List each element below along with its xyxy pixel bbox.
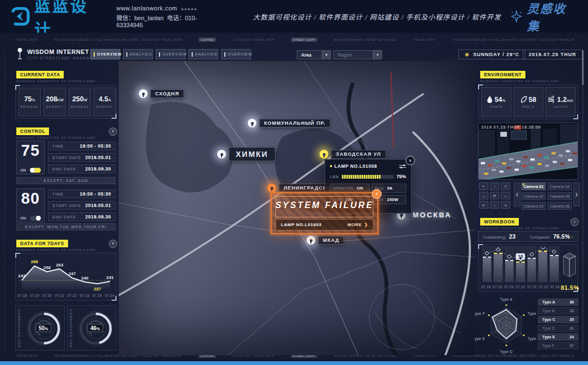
brightness-box-1: 75 ON <box>16 141 45 174</box>
sliders-icon[interactable] <box>399 164 406 169</box>
cube-icon <box>561 250 578 281</box>
workbook-more-button[interactable]: › <box>571 218 579 226</box>
map-pin[interactable]: СХОДНЯ <box>139 89 184 98</box>
stat-tile-briness: 75% BRINESS <box>19 88 41 116</box>
lanlan-logo-icon <box>11 7 30 26</box>
control-badge: CONTROL <box>16 127 49 135</box>
sparkle-icon <box>510 10 523 23</box>
svg-text:241: 241 <box>106 275 114 280</box>
type-row[interactable]: Type F37 <box>538 342 578 349</box>
seven-day-x-axis: 07.1807.1907.2007.2107.2207.2307.2407.24 <box>17 294 114 297</box>
scrollbar[interactable] <box>582 50 584 352</box>
time-row: TIME19:00 - 05:30 <box>48 190 115 198</box>
wechat-label: 微信：ben_lanlan <box>117 15 164 21</box>
brightness-box-2: 80 ON <box>16 188 45 222</box>
tab-analysis-2[interactable]: ANALYSIS <box>188 49 218 59</box>
map-pin-label: СХОДНЯ <box>150 89 184 98</box>
weather-box: ☀ SUNNDAY / 29°C <box>458 50 525 59</box>
camera-item[interactable]: Camera 03 <box>522 202 546 210</box>
brightness-value: 80 <box>21 190 40 206</box>
map-pin[interactable]: МКАД <box>307 236 344 245</box>
svg-text:Type C: Type C <box>528 337 538 341</box>
camera-prev-button[interactable]: ❮ <box>514 182 520 206</box>
map-pin[interactable]: ЗАВОДСКАЯ УЛ <box>320 150 386 159</box>
up-arrow-icon: ↑ <box>571 235 573 240</box>
alert-more-button[interactable]: MORE❯ <box>347 222 368 227</box>
data-7days-add-button[interactable]: + <box>109 240 117 248</box>
except-bar: EXCEPT: MON,TUE,WED,THUR,FRI <box>16 223 115 230</box>
svg-text:Type B: Type B <box>528 312 538 316</box>
workbook-bar-chart: 16 <box>481 247 560 282</box>
workbook-badge: WORKBOOK <box>480 218 519 226</box>
camera-item[interactable]: Camera 02 <box>522 192 546 200</box>
type-radar-chart: Type AType BType CType DType EType F <box>475 296 538 356</box>
camera-next-button[interactable]: ❯ <box>573 182 580 206</box>
svg-text:263: 263 <box>56 263 64 267</box>
type-row[interactable]: Type A36 <box>538 299 578 306</box>
svg-text:Type D: Type D <box>500 350 513 354</box>
pan-upright-button[interactable]: ↗ <box>501 182 510 190</box>
map-pin[interactable]: КОММУНАЛЬНЫЙ ПР. <box>248 119 330 127</box>
workbook-bar[interactable] <box>549 246 559 282</box>
chevron-down-icon[interactable]: ▾ <box>373 51 382 59</box>
footer-accent-bar <box>0 361 588 365</box>
type-row[interactable]: Type B28 <box>538 307 578 314</box>
time-row: TIME19:00 - 05:30 <box>48 142 115 150</box>
type-row[interactable]: Type D31 <box>538 325 578 332</box>
lamp-toggle[interactable] <box>30 216 41 221</box>
lamp-toggle[interactable] <box>30 168 41 173</box>
on-label: ON <box>20 216 26 220</box>
svg-text:247: 247 <box>69 271 76 276</box>
inspiration-collection[interactable]: 灵感收集 <box>510 0 577 34</box>
pan-right-button[interactable]: → <box>501 192 510 199</box>
workbook-bar[interactable] <box>538 246 548 282</box>
refresh-button[interactable]: ⟳ <box>490 192 499 199</box>
system-failure-alert: SYSTEM FAILURE LAMP NO.L01803 MORE❯ × <box>271 192 378 234</box>
area-select[interactable]: Area▾ <box>297 50 331 59</box>
camera-feed[interactable] <box>478 123 578 180</box>
workbook-bar[interactable] <box>493 246 503 282</box>
map-pin-label: МКАД <box>318 236 344 245</box>
alert-title: SYSTEM FAILURE <box>272 200 377 210</box>
camera-item[interactable]: Camera 04 <box>548 182 572 190</box>
env-tile-pm25: 58 PM2.5 <box>513 87 543 117</box>
workbook-bar[interactable] <box>482 246 492 282</box>
map-pin[interactable]: ХИМКИ <box>217 147 275 161</box>
region-select[interactable]: Region▾ <box>333 50 382 59</box>
pan-left-button[interactable]: ← <box>479 192 488 199</box>
workbook-bar[interactable]: 16 <box>516 246 525 282</box>
pan-upleft-button[interactable]: ↖ <box>479 182 488 190</box>
camera-item[interactable]: Camera 05 <box>548 192 572 200</box>
camera-item[interactable]: Camera 06 <box>548 202 572 210</box>
camera-timestamp: 2019.07.25 THUR 18:26:09 <box>481 125 541 129</box>
weather-text: SUNNDAY / 29°C <box>473 52 519 57</box>
workbook-bar[interactable] <box>527 246 537 282</box>
control-add-button[interactable]: + <box>109 127 117 136</box>
date-box: 2019.07.25 THUR <box>523 50 583 59</box>
pan-down-button[interactable]: ↓ <box>490 201 499 209</box>
site-url[interactable]: www.lanlanwork.com <box>117 5 177 11</box>
tab-overview-3[interactable]: OVERVIEW <box>221 49 251 59</box>
pan-up-button[interactable]: ↑ <box>490 182 499 190</box>
pan-downleft-button[interactable]: ↙ <box>479 201 488 209</box>
popup-close-icon[interactable]: × <box>406 156 415 165</box>
lamp-popup-title: LAMP NO.L01058 <box>334 163 377 169</box>
alert-close-icon[interactable]: × <box>372 189 382 199</box>
svg-text:237: 237 <box>94 287 101 291</box>
type-row[interactable]: Type C25 <box>538 316 578 323</box>
workbook-bar[interactable] <box>505 246 514 282</box>
tab-overview-2[interactable]: OVERVIEW <box>156 49 186 59</box>
sun-icon: ☀ <box>464 52 470 58</box>
leaf-icon <box>520 96 527 103</box>
pan-downright-button[interactable]: ↘ <box>501 201 510 209</box>
tab-analysis-1[interactable]: ANALYSIS <box>123 49 153 59</box>
map-pin-label: ХИМКИ <box>229 147 275 161</box>
tab-overview-1[interactable]: OVERVIEW <box>90 49 120 59</box>
stat-tile-energy: 208KW ENERGY <box>44 88 66 116</box>
svg-text:240: 240 <box>81 276 89 281</box>
services-tagline: 大数据可视化设计 / 软件界面设计 / 网站建设 / 手机及小程序设计 / 软件… <box>253 11 501 22</box>
svg-text:258: 258 <box>44 265 51 270</box>
camera-item[interactable]: Camera 01 <box>522 182 546 190</box>
type-row[interactable]: Type E24 <box>538 333 578 340</box>
chevron-down-icon[interactable]: ▾ <box>322 51 330 59</box>
